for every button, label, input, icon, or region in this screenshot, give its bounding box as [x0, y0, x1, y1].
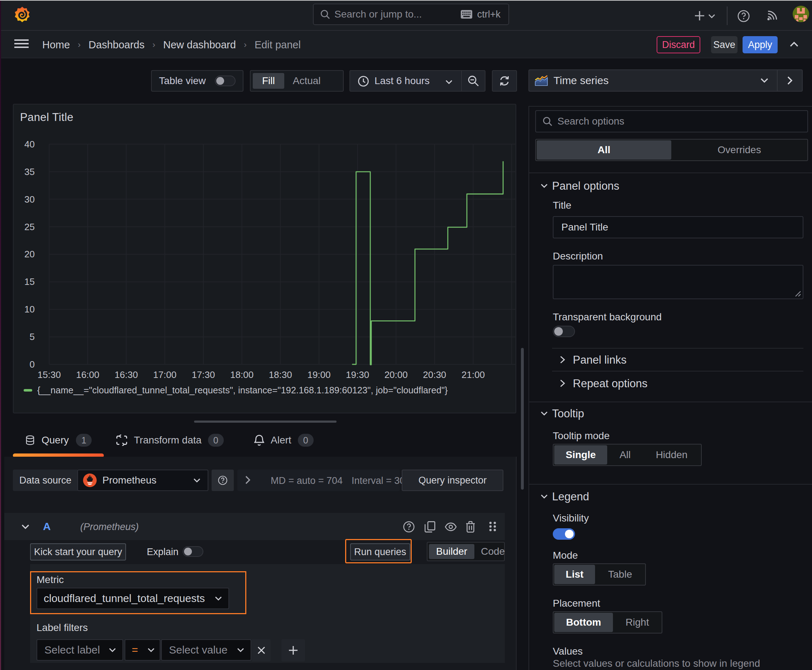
- svg-text:16:00: 16:00: [76, 369, 99, 380]
- svg-text:17:00: 17:00: [153, 369, 176, 380]
- svg-text:30: 30: [24, 194, 35, 205]
- svg-text:5: 5: [30, 332, 35, 342]
- svg-text:16:30: 16:30: [115, 369, 138, 380]
- svg-text:18:00: 18:00: [230, 369, 253, 380]
- svg-text:35: 35: [24, 166, 35, 177]
- svg-text:20:00: 20:00: [385, 369, 408, 380]
- svg-text:19:30: 19:30: [346, 369, 369, 380]
- svg-text:15: 15: [24, 276, 35, 287]
- svg-text:18:30: 18:30: [269, 369, 292, 380]
- svg-text:20: 20: [24, 249, 35, 259]
- svg-text:0: 0: [30, 359, 35, 370]
- svg-text:15:30: 15:30: [37, 369, 61, 380]
- svg-text:40: 40: [24, 139, 35, 150]
- svg-text:10: 10: [24, 304, 35, 315]
- svg-text:17:30: 17:30: [192, 369, 215, 380]
- svg-text:20:30: 20:30: [423, 369, 446, 380]
- svg-text:21:00: 21:00: [461, 369, 485, 380]
- svg-text:19:00: 19:00: [307, 369, 331, 380]
- svg-text:25: 25: [24, 222, 35, 232]
